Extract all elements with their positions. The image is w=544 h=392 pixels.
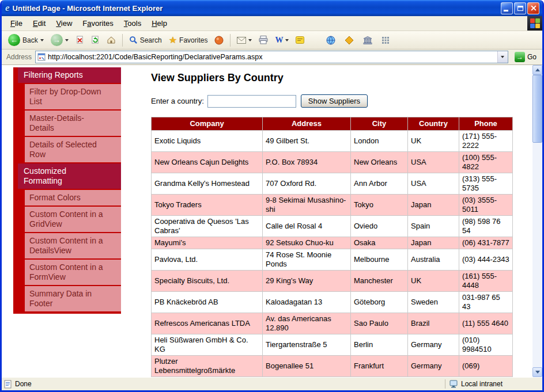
web-globe-button[interactable] (323, 35, 338, 46)
menu-item-file[interactable]: File (5, 17, 28, 30)
page-title: View Suppliers By Country (151, 72, 513, 84)
scrollbar-thumb[interactable] (532, 75, 542, 143)
mail-icon (237, 37, 246, 44)
stop-icon (75, 36, 84, 44)
scrollbar-track[interactable] (532, 75, 542, 367)
country-input[interactable] (207, 95, 296, 108)
menu-item-favorites[interactable]: Favorites (77, 17, 118, 30)
table-row: Grandma Kelly's Homestead707 Oxford Rd.A… (152, 173, 513, 195)
address-field[interactable]: http://localhost:2201/Code/BasicReportin… (35, 51, 508, 63)
table-cell: Bogenallee 51 (263, 356, 351, 377)
refresh-button[interactable] (88, 35, 103, 45)
page-icon (37, 53, 46, 61)
menu-item-view[interactable]: View (51, 17, 77, 30)
sidebar-item[interactable]: Custom Content in a FormView (25, 260, 121, 285)
address-bar: Address http://localhost:2201/Code/Basic… (2, 50, 542, 65)
address-url[interactable]: http://localhost:2201/Code/BasicReportin… (46, 53, 497, 61)
table-cell: (313) 555-5735 (459, 173, 513, 195)
table-cell: (11) 555 4640 (459, 313, 513, 334)
title-bar[interactable]: e Untitled Page - Microsoft Internet Exp… (2, 0, 542, 16)
ie-logo-icon: e (5, 2, 10, 14)
search-button[interactable]: Search (126, 35, 165, 45)
discuss-button[interactable] (293, 35, 307, 45)
scroll-up-icon (535, 68, 540, 71)
back-dropdown-icon[interactable] (40, 39, 44, 41)
vertical-scrollbar[interactable] (532, 65, 542, 377)
table-cell: Göteborg (351, 292, 408, 313)
home-button[interactable] (104, 35, 119, 45)
table-row: PB Knäckebröd ABKaloadagatan 13GöteborgS… (152, 292, 513, 313)
table-cell: Germany (408, 334, 459, 356)
sidebar-item[interactable]: Master-Details-Details (25, 111, 121, 136)
table-cell: 92 Setsuko Chuo-ku (263, 237, 351, 249)
mail-button[interactable] (234, 36, 255, 45)
favorites-star-icon: ★ (169, 36, 177, 45)
home-icon (107, 36, 116, 44)
scroll-up-button[interactable] (532, 65, 542, 75)
edit-button[interactable]: W (272, 35, 292, 46)
table-cell: Calle del Rosal 4 (263, 216, 351, 237)
table-cell: Tokyo Traders (152, 195, 263, 216)
sidebar-nav: Filtering ReportsFilter by Drop-Down Lis… (13, 67, 121, 314)
go-arrow-icon: → (515, 52, 525, 62)
back-button[interactable]: ← Back (5, 33, 47, 47)
mail-dropdown-icon[interactable] (248, 39, 252, 41)
table-cell: (03) 3555-5011 (459, 195, 513, 216)
favorites-button[interactable]: ★ Favorites (166, 35, 211, 46)
close-button[interactable] (527, 2, 539, 14)
show-suppliers-button[interactable]: Show Suppliers (301, 94, 368, 108)
table-cell: USA (408, 152, 459, 173)
messenger-icon (345, 36, 354, 45)
address-dropdown-button[interactable] (497, 51, 508, 63)
table-cell: Kaloadagatan 13 (263, 292, 351, 313)
menu-item-edit[interactable]: Edit (28, 17, 51, 30)
table-cell: London (351, 131, 408, 152)
research-icon (363, 36, 372, 44)
table-cell: Manchester (351, 271, 408, 292)
stop-button[interactable] (73, 35, 87, 45)
toolbar-separator (122, 34, 123, 47)
back-icon: ← (8, 34, 20, 46)
quick-grid-button[interactable] (379, 35, 392, 45)
table-cell: Sweden (408, 292, 459, 313)
table-row: Specialty Biscuits, Ltd.29 King's WayMan… (152, 271, 513, 292)
table-cell: 707 Oxford Rd. (263, 173, 351, 195)
sidebar-item[interactable]: Format Colors (25, 190, 121, 205)
table-cell: New Orleans Cajun Delights (152, 152, 263, 173)
column-header: Country (408, 117, 459, 131)
table-cell: 74 Rose St. Moonie Ponds (263, 249, 351, 271)
table-cell: Specialty Biscuits, Ltd. (152, 271, 263, 292)
messenger-button[interactable] (342, 35, 357, 46)
edit-dropdown-icon[interactable] (285, 39, 289, 41)
minimize-button[interactable] (501, 2, 513, 14)
table-cell: USA (408, 173, 459, 195)
table-cell: Melbourne (351, 249, 408, 271)
table-cell: Sao Paulo (351, 313, 408, 334)
maximize-button[interactable] (514, 2, 526, 14)
research-button[interactable] (360, 35, 375, 45)
scroll-down-button[interactable] (532, 367, 542, 377)
scroll-down-icon (535, 371, 540, 374)
table-cell: P.O. Box 78934 (263, 152, 351, 173)
print-button[interactable] (256, 35, 271, 45)
forward-dropdown-icon[interactable] (65, 39, 69, 41)
table-cell: Frankfurt (351, 356, 408, 377)
table-cell: Ann Arbor (351, 173, 408, 195)
table-cell: (161) 555-4448 (459, 271, 513, 292)
table-cell: Exotic Liquids (152, 131, 263, 152)
sidebar-item[interactable]: Details of Selected Row (25, 137, 121, 162)
table-row: Exotic Liquids49 Gilbert St.LondonUK(171… (152, 131, 513, 152)
go-button[interactable]: → Go (512, 51, 539, 63)
forward-button[interactable]: → (48, 33, 71, 47)
table-row: Refrescos Americanas LTDAAv. das America… (152, 313, 513, 334)
menu-item-tools[interactable]: Tools (119, 17, 146, 30)
sidebar-item[interactable]: Custom Content in a DetailsView (25, 233, 121, 258)
table-cell: (100) 555-4822 (459, 152, 513, 173)
main-content: View Suppliers By Country Enter a countr… (151, 65, 513, 377)
menu-item-help[interactable]: Help (146, 17, 172, 30)
media-button[interactable] (211, 35, 226, 46)
sidebar-item[interactable]: Filter by Drop-Down List (25, 84, 121, 109)
sidebar-item[interactable]: Custom Content in a GridView (25, 207, 121, 232)
sidebar-item[interactable]: Summary Data in Footer (25, 286, 121, 311)
menu-items: FileEditViewFavoritesToolsHelp (2, 16, 172, 31)
